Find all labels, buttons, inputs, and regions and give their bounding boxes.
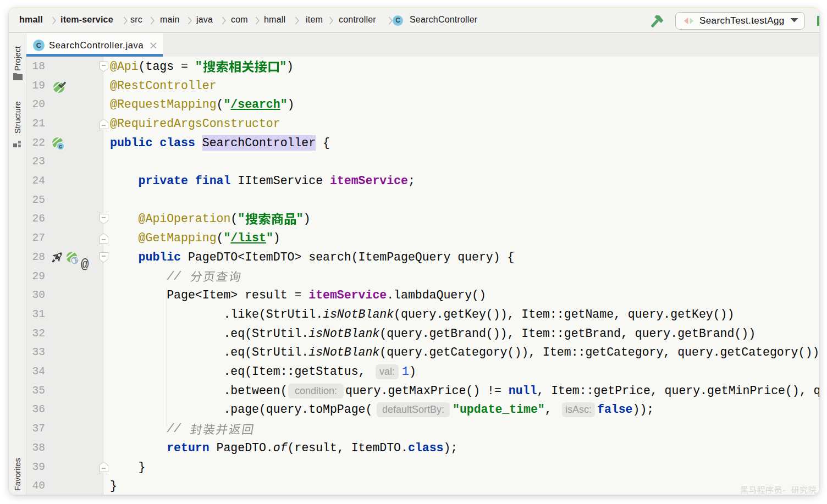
svg-text:c: c [59,143,62,149]
